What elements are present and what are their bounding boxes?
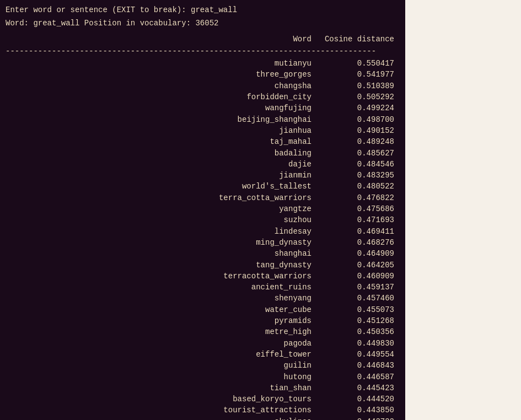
word-cell: terracotta_warriors <box>201 271 311 282</box>
word-cell: ming_dynasty <box>201 237 311 248</box>
distance-cell: 0.505292 <box>311 91 400 103</box>
table-row: pagoda0.449830 <box>6 338 400 349</box>
terminal-window: Enter word or sentence (EXIT to break): … <box>0 0 405 420</box>
table-row: changsha0.510389 <box>6 80 400 91</box>
table-row: three_gorges0.541977 <box>6 69 400 80</box>
distance-cell: 0.449830 <box>311 338 400 349</box>
distance-cell: 0.485627 <box>311 148 400 159</box>
table-row: shenyang0.457460 <box>6 293 400 304</box>
word-cell: dajie <box>201 159 311 170</box>
results-table: Word Cosine distance -------------------… <box>6 34 400 420</box>
distance-cell: 0.471693 <box>311 214 400 225</box>
distance-cell: 0.550417 <box>311 58 400 69</box>
distance-cell: 0.484546 <box>311 159 400 170</box>
table-row: terracotta_warriors0.460909 <box>6 271 400 282</box>
word-cell: hutong <box>201 371 311 383</box>
table-row: eiffel_tower0.449554 <box>6 349 400 360</box>
word-cell: based_koryo_tours <box>201 394 311 405</box>
table-row: hutong0.446587 <box>6 371 400 383</box>
prompt-line: Enter word or sentence (EXIT to break): … <box>6 4 400 15</box>
distance-cell: 0.455073 <box>311 304 400 315</box>
distance-cell: 0.445423 <box>311 383 400 394</box>
word-cell: tang_dynasty <box>201 260 311 271</box>
table-row: terra_cotta_warriors0.476822 <box>6 192 400 203</box>
table-row: lindesay0.469411 <box>6 226 400 237</box>
word-cell: suzhou <box>201 214 311 225</box>
distance-cell: 0.489248 <box>311 136 400 147</box>
table-row: yangtze0.475686 <box>6 203 400 214</box>
distance-cell: 0.460909 <box>311 271 400 282</box>
distance-cell: 0.498700 <box>311 114 400 125</box>
distance-cell: 0.541977 <box>311 69 400 80</box>
table-header: Word Cosine distance <box>6 34 400 45</box>
table-row: tourist_attractions0.443850 <box>6 405 400 416</box>
word-cell: shanghai <box>201 248 311 259</box>
word-cell: pyramids <box>201 315 311 326</box>
word-cell: eiffel_tower <box>201 349 311 360</box>
table-row: world's_tallest0.480522 <box>6 181 400 192</box>
table-row: pyramids0.451268 <box>6 315 400 326</box>
distance-cell: 0.475686 <box>311 203 400 214</box>
word-cell: metre_high <box>201 326 311 337</box>
word-cell: pagoda <box>201 338 311 349</box>
word-cell: beijing_shanghai <box>201 114 311 125</box>
distance-cell: 0.483295 <box>311 170 400 181</box>
table-divider: ----------------------------------------… <box>6 46 400 57</box>
table-row: skylines0.443722 <box>6 416 400 420</box>
word-column-header: Word <box>201 34 311 45</box>
distance-cell: 0.480522 <box>311 181 400 192</box>
word-cell: forbidden_city <box>201 91 311 103</box>
table-row: tang_dynasty0.464205 <box>6 260 400 271</box>
word-cell: shenyang <box>201 293 311 304</box>
table-row: mutianyu0.550417 <box>6 58 400 69</box>
word-cell: jianhua <box>201 125 311 136</box>
word-info-line: Word: great_wall Position in vocabulary:… <box>6 18 400 29</box>
word-cell: guilin <box>201 360 311 371</box>
distance-cell: 0.476822 <box>311 192 400 203</box>
distance-cell: 0.446843 <box>311 360 400 371</box>
distance-cell: 0.444520 <box>311 394 400 405</box>
word-cell: water_cube <box>201 304 311 315</box>
table-row: ancient_ruins0.459137 <box>6 282 400 293</box>
word-cell: tourist_attractions <box>201 405 311 416</box>
distance-cell: 0.464205 <box>311 260 400 271</box>
word-cell: three_gorges <box>201 69 311 80</box>
word-cell: jianmin <box>201 170 311 181</box>
table-body: mutianyu0.550417three_gorges0.541977chan… <box>6 58 400 420</box>
distance-cell: 0.510389 <box>311 80 400 91</box>
table-row: beijing_shanghai0.498700 <box>6 114 400 125</box>
word-cell: wangfujing <box>201 103 311 114</box>
table-row: jianhua0.490152 <box>6 125 400 136</box>
table-row: water_cube0.455073 <box>6 304 400 315</box>
distance-cell: 0.468276 <box>311 237 400 248</box>
distance-cell: 0.451268 <box>311 315 400 326</box>
word-cell: tian_shan <box>201 383 311 394</box>
table-row: wangfujing0.499224 <box>6 103 400 114</box>
table-row: ming_dynasty0.468276 <box>6 237 400 248</box>
table-row: tian_shan0.445423 <box>6 383 400 394</box>
table-row: forbidden_city0.505292 <box>6 91 400 103</box>
table-row: metre_high0.450356 <box>6 326 400 337</box>
word-cell: changsha <box>201 80 311 91</box>
word-cell: yangtze <box>201 203 311 214</box>
table-row: guilin0.446843 <box>6 360 400 371</box>
table-row: shanghai0.464909 <box>6 248 400 259</box>
distance-cell: 0.459137 <box>311 282 400 293</box>
table-row: suzhou0.471693 <box>6 214 400 225</box>
distance-cell: 0.464909 <box>311 248 400 259</box>
distance-cell: 0.490152 <box>311 125 400 136</box>
word-cell: world's_tallest <box>201 181 311 192</box>
word-cell: badaling <box>201 148 311 159</box>
word-cell: mutianyu <box>201 58 311 69</box>
table-row: based_koryo_tours0.444520 <box>6 394 400 405</box>
word-cell: terra_cotta_warriors <box>201 192 311 203</box>
table-row: jianmin0.483295 <box>6 170 400 181</box>
word-cell: ancient_ruins <box>201 282 311 293</box>
distance-cell: 0.450356 <box>311 326 400 337</box>
distance-cell: 0.499224 <box>311 103 400 114</box>
distance-cell: 0.443850 <box>311 405 400 416</box>
cosine-column-header: Cosine distance <box>311 34 400 45</box>
word-cell: lindesay <box>201 226 311 237</box>
table-row: badaling0.485627 <box>6 148 400 159</box>
distance-cell: 0.446587 <box>311 371 400 383</box>
